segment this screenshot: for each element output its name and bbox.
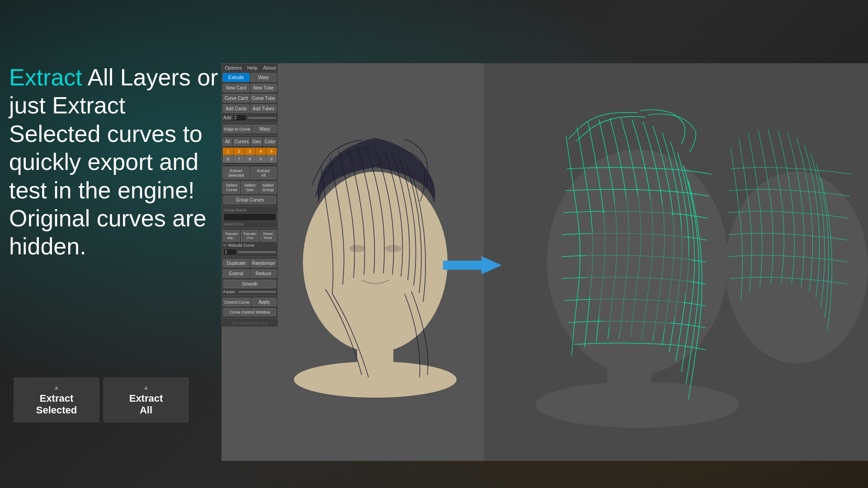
extrude-warp-row: Extrude Warp [222, 72, 278, 83]
extract-all-tool-btn[interactable]: ExtractAll [250, 167, 277, 179]
group-name-input[interactable] [223, 213, 276, 221]
add-tubes-button[interactable]: Add Tubes [250, 104, 277, 113]
num-btn-7[interactable]: 7 [234, 155, 244, 163]
extract-row: ExtractSelected ExtractAll [222, 166, 278, 180]
svg-point-2 [385, 245, 401, 252]
main-title-rest: All Layers or just Extract Selected curv… [9, 64, 218, 259]
add-cards-tubes-row: Add Cards Add Tubes [222, 103, 278, 114]
divider-1 [222, 122, 278, 123]
svg-point-10 [585, 196, 690, 339]
transfer-row: TransferAttr... TransferUVs ResetPivot [222, 229, 278, 243]
tab-curves[interactable]: Curves [233, 137, 250, 146]
left-text-panel: Extract All Layers or just Extract Selec… [9, 63, 222, 261]
rebuild-text: Rebuild Curve: [228, 243, 255, 248]
curve-card-button[interactable]: Curve Card [223, 94, 250, 103]
select-group-btn[interactable]: SelectGroup [259, 181, 277, 194]
warp-button[interactable]: Warp [250, 73, 277, 82]
new-card-tube-row: New Card New Tube [222, 83, 278, 93]
extract-selected-label: ExtractSelected [36, 393, 77, 416]
num-btn-8[interactable]: 8 [245, 155, 255, 163]
select-curve-btn[interactable]: SelectCurve [223, 181, 240, 194]
extract-selected-tool-btn[interactable]: ExtractSelected [223, 167, 250, 179]
apply-btn[interactable]: Apply [252, 298, 277, 306]
randomize-btn[interactable]: Randomize [250, 259, 277, 267]
menu-options[interactable]: Options [222, 64, 245, 72]
new-tube-button[interactable]: New Tube [250, 84, 277, 92]
add-count-input[interactable] [233, 114, 246, 121]
select-geo-btn[interactable]: SelectGeo [241, 181, 258, 194]
tab-color[interactable]: Color [263, 137, 277, 146]
extract-all-label: ExtractAll [129, 393, 163, 416]
divider-4 [222, 206, 278, 206]
add-label: Add [223, 115, 231, 120]
num-btn-1[interactable]: 1 [223, 148, 233, 155]
add-cards-button[interactable]: Add Cards [223, 104, 250, 113]
reduce-btn[interactable]: Reduce [250, 269, 277, 278]
layer-tabs: All Curves Geo Color [222, 136, 278, 147]
extract-all-button[interactable]: ▲ ExtractAll [103, 377, 189, 422]
directional-arrow [443, 254, 497, 278]
divider-3 [222, 164, 278, 165]
curve-tube-button[interactable]: Curve Tube [250, 94, 277, 103]
rebuild-label: ⟳ [223, 243, 227, 248]
main-title: Extract All Layers or just Extract Selec… [9, 63, 222, 261]
rebuild-slider[interactable] [238, 251, 276, 253]
svg-point-11 [725, 172, 868, 364]
divider-7 [222, 296, 278, 296]
new-card-button[interactable]: New Card [223, 84, 250, 92]
curve-control-window-btn[interactable]: Curve Control Window [223, 308, 276, 316]
select-cvs-label: Select CVs: [222, 221, 278, 227]
bottom-buttons-row: ▲ ExtractSelected ▲ ExtractAll [14, 377, 189, 422]
control-curve-row: Control Curve Apply [222, 297, 278, 307]
add-count-row: Add [222, 114, 278, 122]
rebuild-row: ⟳ Rebuild Curve: [222, 243, 278, 248]
highlight-extract: Extract [9, 64, 82, 90]
reset-pivot-btn[interactable]: ResetPivot [259, 230, 277, 242]
svg-marker-5 [443, 256, 502, 274]
extend-btn[interactable]: Extend [223, 269, 250, 278]
transfer-attr-btn[interactable]: TransferAttr... [223, 230, 240, 242]
add-slider[interactable] [248, 117, 276, 119]
extend-reduce-row: Extend Reduce [222, 268, 278, 279]
num-btn-2[interactable]: 2 [234, 148, 244, 155]
tab-geo[interactable]: Geo [251, 137, 262, 146]
num-btn-0[interactable]: 0 [266, 155, 277, 163]
arrow-svg [443, 254, 502, 277]
rebuild-value-row [222, 248, 278, 256]
smooth-button[interactable]: Smooth [223, 280, 276, 288]
duplicate-btn[interactable]: Duplicate [223, 259, 250, 267]
tab-all[interactable]: All [223, 137, 232, 146]
extract-selected-button[interactable]: ▲ ExtractSelected [14, 377, 99, 422]
rebuild-value-input[interactable] [223, 249, 237, 255]
warp-btn2[interactable]: Warp [253, 125, 277, 133]
version-label: GS CurveTools v1.1 [222, 319, 278, 327]
svg-point-9 [536, 382, 739, 428]
factor-label: Factor [223, 290, 235, 294]
factor-slider[interactable] [238, 291, 276, 293]
tool-panel: Options Help About Extrude Warp New Card… [222, 63, 278, 327]
num-btn-3[interactable]: 3 [245, 148, 255, 155]
num-btn-9[interactable]: 9 [255, 155, 266, 163]
edge-warp-row: Edge to Curve Warp [222, 124, 278, 134]
group-curves-button[interactable]: Group Curves [223, 196, 276, 204]
group-name-label: Group Name [222, 207, 278, 213]
select-row: SelectCurve SelectGeo SelectGroup [222, 180, 278, 195]
menu-help[interactable]: Help [245, 64, 260, 72]
transfer-uvs-btn[interactable]: TransferUVs [241, 230, 258, 242]
number-grid: 1 2 3 4 5 6 7 8 9 0 [222, 147, 278, 164]
divider-6 [222, 257, 278, 257]
control-curve-btn[interactable]: Control Curve [223, 298, 251, 306]
model-right [484, 63, 868, 461]
extract-all-arrow: ▲ [143, 384, 149, 391]
edge-to-curve-button[interactable]: Edge to Curve [223, 125, 252, 133]
menu-about[interactable]: About [260, 64, 279, 72]
num-btn-4[interactable]: 4 [255, 148, 266, 155]
viewport-area [222, 63, 868, 461]
dup-rand-row: Duplicate Randomize [222, 258, 278, 268]
svg-point-1 [349, 245, 365, 252]
extrude-button[interactable]: Extrude [223, 73, 250, 82]
divider-5 [222, 228, 278, 228]
divider-8 [222, 318, 278, 319]
num-btn-5[interactable]: 5 [266, 148, 277, 155]
num-btn-6[interactable]: 6 [223, 155, 233, 163]
